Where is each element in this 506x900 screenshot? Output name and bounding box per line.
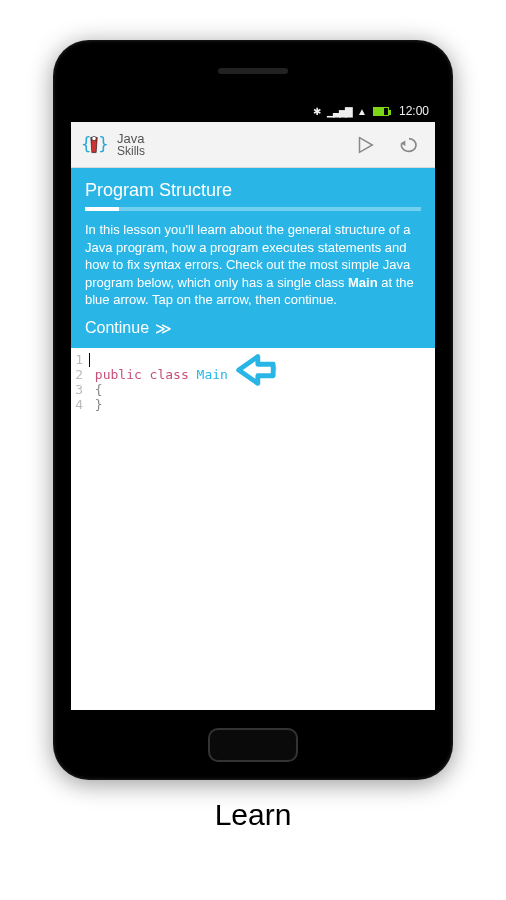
lesson-body-bold: Main [348,275,378,290]
lesson-body: In this lesson you'll learn about the ge… [85,221,421,309]
code-editor[interactable]: 1 2 public class Main 3 { 4 } [71,348,435,710]
line-number: 3 [71,382,87,397]
status-bar: ▁▃▅▇ 12:00 [71,100,435,122]
svg-marker-4 [360,137,373,152]
code-brace: { [95,382,103,397]
code-text [87,352,90,368]
code-text: { [87,382,103,397]
action-bar: { } Java Skills [71,122,435,168]
wifi-icon [357,104,367,118]
signal-icon: ▁▃▅▇ [327,106,351,117]
phone-frame: ▁▃▅▇ 12:00 { } Java Skills [53,40,453,780]
svg-point-3 [92,136,96,140]
svg-text:}: } [98,134,107,154]
line-number: 4 [71,397,87,412]
code-brace: } [95,397,103,412]
text-cursor [89,353,90,367]
code-identifier: Main [197,367,228,382]
app-icon[interactable]: { } [79,130,109,160]
clock-label: 12:00 [399,104,429,118]
app-title: Java Skills [117,132,339,157]
lesson-progress-fill [85,207,119,211]
bluetooth-icon [313,104,321,118]
code-line[interactable]: 4 } [71,397,435,412]
code-keyword: public class [95,367,197,382]
lesson-title: Program Structure [85,180,421,201]
line-number: 2 [71,367,87,382]
line-number: 1 [71,352,87,367]
lesson-progress [85,207,421,211]
home-button[interactable] [208,728,298,762]
app-title-line1: Java [117,132,339,145]
chevron-right-icon: ≫ [155,319,172,338]
phone-speaker [218,68,288,74]
svg-text:{: { [81,134,91,154]
code-text: public class Main [87,367,228,382]
battery-icon [373,107,389,116]
undo-button[interactable] [391,127,427,163]
code-text: } [87,397,103,412]
continue-label: Continue [85,319,149,337]
continue-button[interactable]: Continue ≫ [85,319,421,338]
pointer-arrow-icon[interactable] [231,352,277,388]
screen: ▁▃▅▇ 12:00 { } Java Skills [71,100,435,710]
app-title-line2: Skills [117,145,339,157]
play-button[interactable] [347,127,383,163]
lesson-card: Program Structure In this lesson you'll … [71,168,435,348]
caption-label: Learn [215,798,292,832]
